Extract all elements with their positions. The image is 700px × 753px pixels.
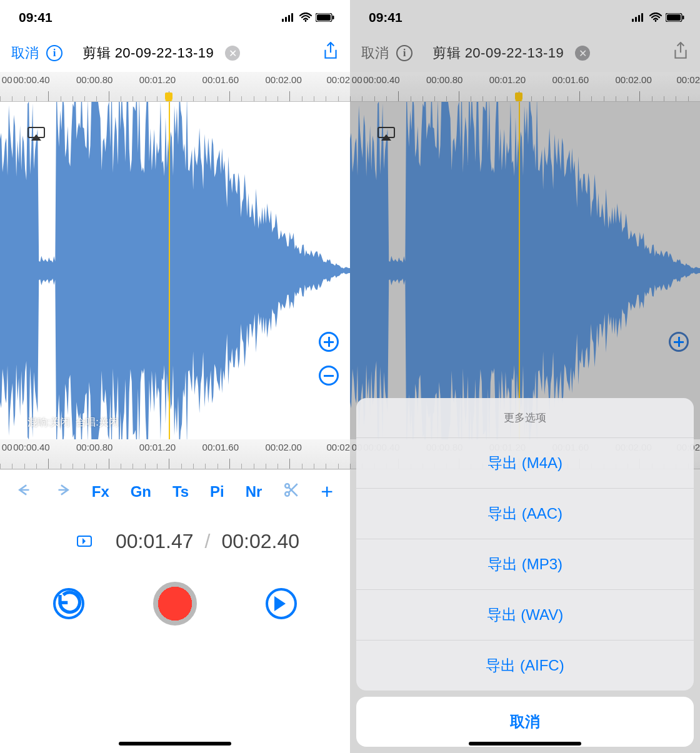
svg-rect-1 [285,17,287,22]
status-indicators [632,12,684,22]
scissors-icon[interactable] [281,482,302,502]
waveform-display [350,102,700,439]
add-icon[interactable]: + [318,479,336,504]
svg-marker-8 [0,102,350,439]
total-time: 00:02.40 [221,530,299,553]
ruler-top[interactable]: 0000:00.4000:00.8000:01.2000:01.6000:02.… [0,72,350,102]
status-bar: 09:41 [350,0,700,34]
toolbar: Fx Gn Ts Pi Nr + [0,469,350,513]
action-sheet: 更多选项 导出 (M4A) 导出 (AAC) 导出 (MP3) 导出 (WAV)… [356,398,694,747]
export-aac[interactable]: 导出 (AAC) [356,489,694,539]
sheet-cancel[interactable]: 取消 [356,697,694,747]
current-time: 00:01.47 [116,530,194,553]
redo-icon[interactable] [52,482,73,502]
document-title: 剪辑 20-09-22-13-19 [82,44,214,62]
zoom-in-icon [669,332,689,352]
cancel-button: 取消 [361,44,389,62]
nav-bar: 取消 i 剪辑 20-09-22-13-19 ✕ [350,34,700,72]
status-bar: 09:41 [0,0,350,34]
svg-rect-2 [288,15,290,22]
svg-rect-14 [635,17,637,22]
ruler-bottom[interactable]: 0000:00.4000:00.8000:01.2000:01.6000:02.… [0,439,350,469]
svg-marker-21 [350,102,700,439]
document-title: 剪辑 20-09-22-13-19 [432,44,564,62]
transport-controls [0,569,350,638]
sheet-group: 更多选项 导出 (M4A) 导出 (AAC) 导出 (MP3) 导出 (WAV)… [356,398,694,691]
export-m4a[interactable]: 导出 (M4A) [356,438,694,489]
svg-rect-19 [667,14,681,21]
svg-rect-15 [638,15,640,22]
playhead [519,102,520,439]
svg-rect-0 [282,19,284,22]
clear-title-icon[interactable]: ✕ [225,46,240,61]
info-icon: i [396,45,412,61]
clear-title-icon: ✕ [575,46,590,61]
fx-button[interactable]: Fx [89,483,112,501]
wifi-icon [649,12,662,22]
export-wav[interactable]: 导出 (WAV) [356,590,694,641]
export-mp3[interactable]: 导出 (MP3) [356,539,694,590]
svg-point-17 [655,20,657,22]
status-time: 09:41 [369,10,402,25]
cellular-icon [632,13,646,22]
rewind-button[interactable] [53,588,84,619]
cellular-icon [282,13,296,22]
nav-bar: 取消 i 剪辑 20-09-22-13-19 ✕ [0,34,350,72]
waveform-svg [0,102,350,439]
battery-icon [666,13,684,22]
wifi-icon [299,12,312,22]
waveform-display[interactable]: 混响:关闭 合唱:关闭 [0,102,350,439]
svg-rect-20 [682,16,684,19]
status-indicators [282,12,334,22]
svg-rect-6 [317,14,331,21]
phone-left: 09:41 取消 i 剪辑 20-09-22-13-19 ✕ 0000:00.4… [0,0,350,753]
info-icon[interactable]: i [46,45,62,61]
cancel-button[interactable]: 取消 [11,44,39,62]
export-aifc[interactable]: 导出 (AIFC) [356,641,694,691]
zoom-in-icon[interactable] [319,332,339,352]
phone-right: 09:41 取消 i 剪辑 20-09-22-13-19 ✕ 0000:00.4… [350,0,700,753]
noisereduce-button[interactable]: Nr [243,483,265,501]
status-time: 09:41 [19,10,52,25]
svg-rect-3 [291,13,293,22]
time-separator: / [205,530,211,553]
airplay-icon[interactable] [28,127,45,141]
home-indicator [119,742,231,746]
pitch-button[interactable]: Pi [208,483,227,501]
svg-rect-16 [641,13,643,22]
svg-point-4 [305,20,307,22]
gain-button[interactable]: Gn [128,483,154,501]
play-button[interactable] [266,588,297,619]
svg-rect-13 [632,19,634,22]
share-icon[interactable] [322,42,339,64]
home-indicator [469,742,581,746]
loop-icon[interactable] [77,536,92,547]
zoom-out-icon[interactable] [319,366,339,386]
waveform-svg [350,102,700,439]
ruler-top: 0000:00.4000:00.8000:01.2000:01.6000:02.… [350,72,700,102]
undo-icon[interactable] [14,482,36,502]
record-button[interactable] [153,582,197,626]
timestretch-button[interactable]: Ts [170,483,191,501]
playhead[interactable] [169,102,170,439]
share-icon [672,42,689,64]
sheet-header: 更多选项 [356,398,694,438]
airplay-icon [378,127,395,141]
battery-icon [316,13,334,22]
time-readout: 00:01.47 / 00:02.40 [0,513,350,569]
effects-overlay: 混响:关闭 合唱:关闭 [28,416,119,429]
svg-rect-7 [332,16,334,19]
